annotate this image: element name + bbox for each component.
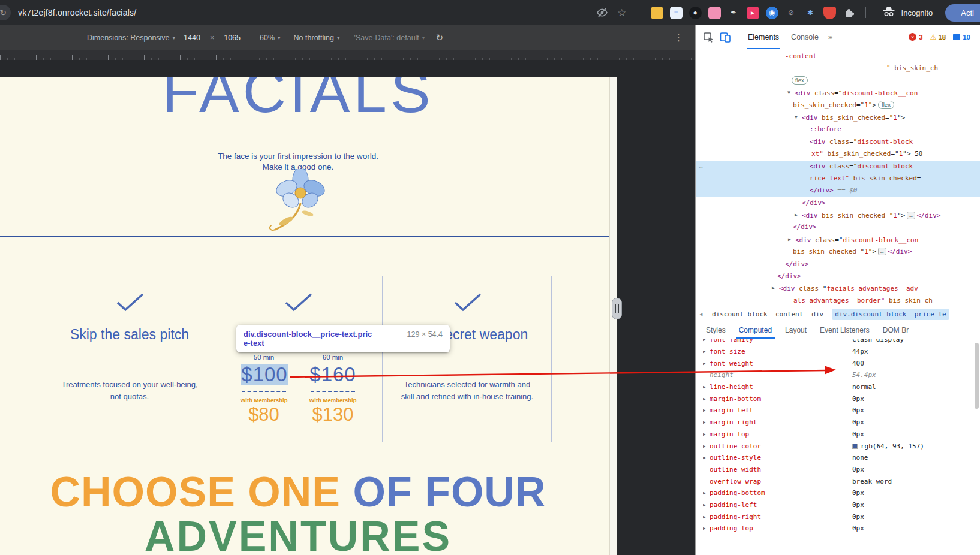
dom-line[interactable]: xt" bis_skin_checked="1"> 50 <box>696 148 980 160</box>
viewport-resize-handle[interactable] <box>612 298 622 319</box>
dom-line[interactable]: ▶<div bis_skin_checked="1">…</div> <box>696 209 980 221</box>
computed-row[interactable]: ▶padding-left0px <box>696 499 980 511</box>
dom-line[interactable]: ::before <box>696 123 980 135</box>
device-toolbar-menu-icon[interactable]: ⋮ <box>674 32 695 43</box>
breadcrumb-scroll-button[interactable]: ◀ <box>696 306 707 322</box>
video-extension-icon[interactable]: ▸ <box>747 7 759 19</box>
pink-extension-icon[interactable] <box>708 7 721 19</box>
swirl-extension-icon[interactable]: ◉ <box>766 7 778 19</box>
dom-line[interactable]: <div class="discount-block <box>696 136 980 148</box>
computed-row[interactable]: ▶font-familyclash-display <box>696 339 980 346</box>
computed-row[interactable]: outline-width0px <box>696 464 980 476</box>
dom-line[interactable]: </div> <box>696 258 980 270</box>
dimensions-select[interactable]: Dimensions: Responsive ▾ <box>87 34 175 42</box>
url-text[interactable]: vk7t2ejf8f.onrocket.site/facials/ <box>18 8 136 17</box>
collapsed-children-icon[interactable]: … <box>878 248 886 255</box>
disabled-extension-icon[interactable]: ⊘ <box>785 7 798 19</box>
dom-line[interactable]: ▶<div class="facials-advantages__adv <box>696 282 980 294</box>
height-input[interactable]: 1065 <box>220 32 244 44</box>
expand-arrow-icon[interactable]: ▶ <box>703 420 710 425</box>
flex-badge[interactable]: flex <box>878 101 894 109</box>
computed-row[interactable]: ▶font-size44px <box>696 346 980 358</box>
width-input[interactable]: 1440 <box>180 32 204 44</box>
tab-dom-br[interactable]: DOM Br <box>876 322 915 339</box>
preview-eye-off-icon[interactable] <box>596 6 609 19</box>
inspect-element-icon[interactable] <box>701 29 716 45</box>
rotate-viewport-icon[interactable]: ↻ <box>435 32 443 43</box>
computed-row[interactable]: height54.4px <box>696 369 980 381</box>
expand-arrow-icon[interactable]: ▶ <box>703 526 710 531</box>
dom-line[interactable]: ▶<div class="discount-block__con <box>696 234 980 246</box>
zoom-select[interactable]: 60% ▾ <box>260 34 281 42</box>
dom-line[interactable]: ▼<div class="discount-block__con <box>696 87 980 99</box>
computed-row[interactable]: ▶outline-stylenone <box>696 452 980 464</box>
more-tabs-icon[interactable]: » <box>825 25 836 49</box>
shield-extension-icon[interactable] <box>823 7 836 19</box>
dom-line[interactable]: rice-text" bis_skin_checked= <box>696 173 980 185</box>
device-toolbar-toggle-icon[interactable] <box>717 29 733 45</box>
expand-arrow-icon[interactable]: ▶ <box>703 408 710 413</box>
dom-line[interactable]: …<div class="discount-block <box>696 161 980 173</box>
save-data-select[interactable]: 'Save-Data': default ▾ <box>354 34 425 42</box>
dom-line[interactable]: </div> <box>696 221 980 233</box>
computed-row[interactable]: ▶padding-right0px <box>696 511 980 523</box>
bookmark-star-icon[interactable]: ☆ <box>615 6 629 19</box>
dom-line[interactable]: flex <box>696 75 980 87</box>
expand-arrow-icon[interactable]: ▶ <box>703 339 710 342</box>
computed-row[interactable]: overflow-wrapbreak-word <box>696 475 980 487</box>
computed-scrollbar[interactable] <box>975 343 979 409</box>
expand-arrow-icon[interactable]: ▶ <box>703 455 710 460</box>
extensions-puzzle-icon[interactable] <box>843 6 856 19</box>
computed-row[interactable]: ▶margin-right0px <box>696 417 980 429</box>
computed-row[interactable]: ▶margin-left0px <box>696 405 980 417</box>
dom-line[interactable]: </div> == $0 <box>696 185 980 197</box>
tab-computed[interactable]: Computed <box>732 322 778 339</box>
tab-console[interactable]: Console <box>785 25 825 49</box>
tab-styles[interactable]: Styles <box>699 322 732 339</box>
computed-row[interactable]: ▶margin-top0px <box>696 429 980 441</box>
flex-badge[interactable]: flex <box>792 76 808 85</box>
molecule-extension-icon[interactable]: ✱ <box>804 7 817 19</box>
dom-line[interactable]: </div> <box>696 197 980 209</box>
computed-row[interactable]: ▶outline-colorrgb(64, 93, 157) <box>696 440 980 452</box>
expand-arrow-icon[interactable]: ▶ <box>703 361 710 366</box>
throttling-select[interactable]: No throttling ▾ <box>294 34 340 42</box>
action-button[interactable]: Acti <box>945 4 980 22</box>
dom-line[interactable]: -content <box>696 50 980 62</box>
expand-arrow-icon[interactable]: ▶ <box>703 502 710 508</box>
expand-arrow-icon[interactable]: ▶ <box>703 490 710 496</box>
dom-line[interactable]: ▼<div bis_skin_checked="1"> <box>696 111 980 123</box>
dom-line[interactable]: </div> <box>696 270 980 282</box>
eyedropper-extension-icon[interactable]: ✒ <box>728 7 740 19</box>
error-badge[interactable]: ×3 <box>909 33 922 41</box>
breadcrumb-item[interactable]: div <box>811 310 823 318</box>
record-extension-icon[interactable]: ● <box>689 7 702 19</box>
notes-extension-icon[interactable] <box>651 7 663 19</box>
issues-badge[interactable]: 10 <box>953 34 970 41</box>
computed-row[interactable]: ▶line-heightnormal <box>696 381 980 393</box>
reload-icon[interactable]: ↻ <box>0 5 11 20</box>
expand-arrow-icon[interactable]: ▶ <box>703 514 710 520</box>
tab-event-listeners[interactable]: Event Listeners <box>813 322 876 339</box>
expand-arrow-icon[interactable]: ▶ <box>703 396 710 402</box>
expand-arrow-icon[interactable]: ▶ <box>703 349 710 354</box>
computed-row[interactable]: ▶padding-bottom0px <box>696 487 980 499</box>
computed-row[interactable]: ▶padding-top0px <box>696 523 980 535</box>
dom-line[interactable]: als-advantages border" bis_skin_ch <box>696 295 980 306</box>
computed-row[interactable]: ▶font-weight400 <box>696 357 980 369</box>
expand-arrow-icon[interactable]: ▶ <box>703 432 710 437</box>
computed-row[interactable]: ▶margin-bottom0px <box>696 393 980 405</box>
warning-badge[interactable]: ⚠18 <box>930 33 946 41</box>
breadcrumb-item[interactable]: div.discount-block__price-te <box>832 309 949 320</box>
expand-arrow-icon[interactable]: ▶ <box>703 384 710 390</box>
docs-extension-icon[interactable]: ≡ <box>670 7 683 19</box>
tab-layout[interactable]: Layout <box>778 322 813 339</box>
tab-elements[interactable]: Elements <box>742 25 785 49</box>
breadcrumb-item[interactable]: discount-block__content <box>712 310 803 318</box>
collapsed-children-icon[interactable]: … <box>907 212 915 219</box>
expand-arrow-icon[interactable]: ▶ <box>703 444 710 449</box>
dom-line-menu-icon[interactable]: … <box>699 161 704 173</box>
dom-line[interactable]: bis_skin_checked="1">…</div> <box>696 246 980 258</box>
dom-line[interactable]: bis_skin_checked="1">flex <box>696 99 980 111</box>
dom-line[interactable]: " bis_skin_ch <box>696 62 980 74</box>
